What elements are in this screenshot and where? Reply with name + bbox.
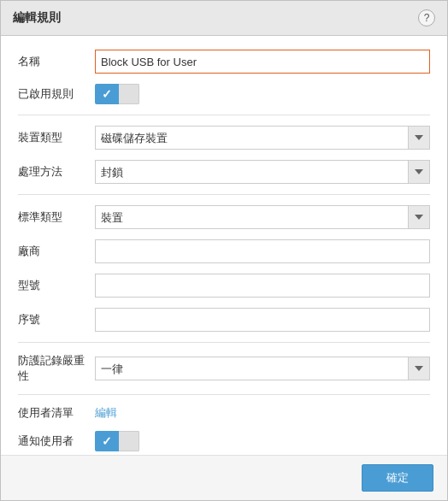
divider-4 <box>18 394 430 395</box>
enable-toggle[interactable]: ✓ <box>95 84 430 104</box>
method-select[interactable]: 封鎖 允許 唯讀 <box>95 160 430 184</box>
user-list-row: 使用者清單 編輯 <box>18 405 430 421</box>
vendor-label: 廠商 <box>18 244 95 259</box>
notify-toggle-off <box>119 431 139 451</box>
notify-control: ✓ <box>95 431 430 451</box>
name-control <box>95 50 430 74</box>
serial-label: 序號 <box>18 312 95 327</box>
enable-row: 已啟用規則 ✓ <box>18 84 430 104</box>
user-list-control: 編輯 <box>95 405 430 421</box>
serial-input[interactable] <box>95 308 430 332</box>
name-input[interactable] <box>95 50 430 74</box>
dialog-footer: 確定 <box>1 455 447 500</box>
name-label: 名稱 <box>18 54 95 69</box>
toggle-off-section <box>119 84 139 104</box>
notify-toggle[interactable]: ✓ <box>95 431 430 451</box>
ok-button[interactable]: 確定 <box>362 464 433 492</box>
toggle-switch[interactable]: ✓ <box>95 84 139 104</box>
method-select-wrapper: 封鎖 允許 唯讀 <box>95 160 430 184</box>
dialog-body: 名稱 已啟用規則 ✓ <box>1 36 447 455</box>
model-row: 型號 <box>18 274 430 298</box>
model-control <box>95 274 430 298</box>
serial-row: 序號 <box>18 308 430 332</box>
log-severity-label: 防護記錄嚴重性 <box>18 353 95 384</box>
toggle-on-section: ✓ <box>95 84 119 104</box>
enable-control: ✓ <box>95 84 430 104</box>
vendor-row: 廠商 <box>18 239 430 263</box>
toggle-track: ✓ <box>95 84 139 104</box>
log-severity-control: 一律 高 中 低 <box>95 357 430 380</box>
user-list-edit-link[interactable]: 編輯 <box>95 406 117 419</box>
log-severity-select[interactable]: 一律 高 中 低 <box>95 357 430 380</box>
notify-toggle-switch[interactable]: ✓ <box>95 431 139 451</box>
notify-toggle-track: ✓ <box>95 431 139 451</box>
device-type-select[interactable]: 磁碟儲存裝置 印表機 藍牙 <box>95 126 430 150</box>
model-input[interactable] <box>95 274 430 298</box>
device-type-row: 裝置類型 磁碟儲存裝置 印表機 藍牙 <box>18 126 430 150</box>
standard-type-select[interactable]: 裝置 廠商 型號 序號 <box>95 205 430 229</box>
standard-type-label: 標準類型 <box>18 209 95 225</box>
enable-label: 已啟用規則 <box>18 86 95 102</box>
standard-type-select-wrapper: 裝置 廠商 型號 序號 <box>95 205 430 229</box>
method-label: 處理方法 <box>18 164 95 180</box>
log-severity-row: 防護記錄嚴重性 一律 高 中 低 <box>18 353 430 384</box>
divider-2 <box>18 194 430 195</box>
notify-toggle-on: ✓ <box>95 431 119 451</box>
help-icon[interactable]: ? <box>418 9 435 27</box>
notify-row: 通知使用者 ✓ <box>18 431 430 451</box>
device-type-control: 磁碟儲存裝置 印表機 藍牙 <box>95 126 430 150</box>
dialog-title: 編輯規則 <box>13 10 61 26</box>
dialog-header: 編輯規則 ? <box>1 1 447 36</box>
notify-toggle-checkmark: ✓ <box>102 434 112 448</box>
log-severity-select-wrapper: 一律 高 中 低 <box>95 357 430 380</box>
name-row: 名稱 <box>18 50 430 74</box>
standard-type-row: 標準類型 裝置 廠商 型號 序號 <box>18 205 430 229</box>
vendor-control <box>95 239 430 263</box>
vendor-input[interactable] <box>95 239 430 263</box>
model-label: 型號 <box>18 278 95 293</box>
edit-rule-dialog: 編輯規則 ? 名稱 已啟用規則 ✓ <box>0 0 448 501</box>
method-control: 封鎖 允許 唯讀 <box>95 160 430 184</box>
standard-type-control: 裝置 廠商 型號 序號 <box>95 205 430 229</box>
notify-label: 通知使用者 <box>18 433 95 449</box>
device-type-label: 裝置類型 <box>18 130 95 145</box>
divider-1 <box>18 115 430 115</box>
serial-control <box>95 308 430 332</box>
method-row: 處理方法 封鎖 允許 唯讀 <box>18 160 430 184</box>
device-type-select-wrapper: 磁碟儲存裝置 印表機 藍牙 <box>95 126 430 150</box>
divider-3 <box>18 342 430 343</box>
user-list-label: 使用者清單 <box>18 405 95 421</box>
toggle-checkmark: ✓ <box>102 87 112 101</box>
